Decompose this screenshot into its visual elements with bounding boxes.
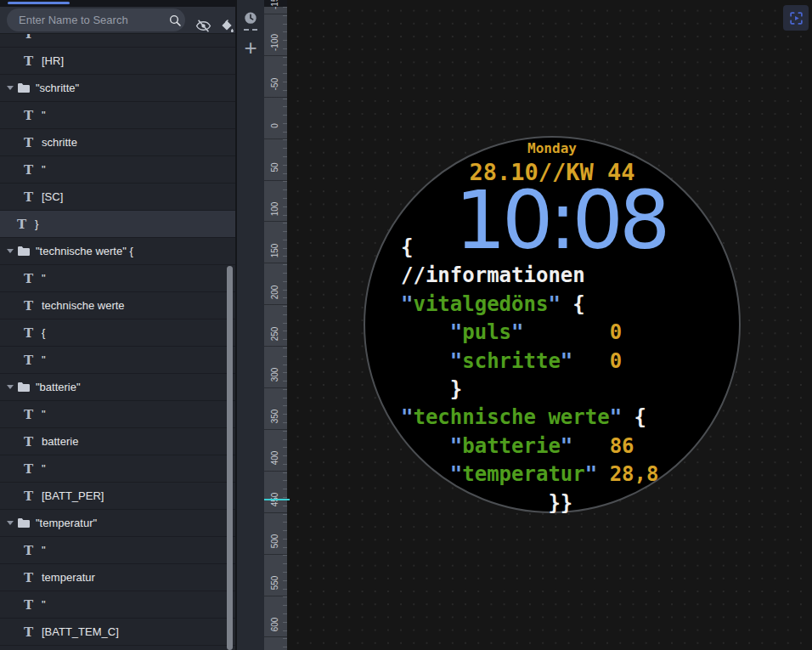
layer-label: ": [42, 408, 46, 421]
text-layer-icon: T: [24, 108, 32, 123]
tab-strip: [0, 0, 235, 7]
layer-label: [BATT_PER]: [42, 489, 104, 502]
layer-text-row[interactable]: T{: [0, 319, 235, 347]
paint-fill-icon[interactable]: [219, 19, 234, 34]
folder-icon: [17, 517, 31, 528]
text-layer-icon: T: [24, 407, 32, 422]
preview-play-icon: [789, 11, 804, 25]
layer-text-row[interactable]: Tbatterie: [0, 428, 235, 455]
layer-text-row[interactable]: T": [0, 156, 235, 184]
layer-text-row[interactable]: T[BATT_PER]: [0, 483, 235, 510]
layer-text-row[interactable]: T": [0, 34, 235, 48]
text-layer-icon: T: [24, 189, 32, 205]
ruler-label: 400: [269, 445, 281, 471]
vertical-ruler: -150-100-5005010015020025030035040045050…: [264, 7, 287, 650]
preview-button[interactable]: [783, 5, 809, 31]
chevron-down-icon[interactable]: [7, 86, 14, 90]
layer-text-row[interactable]: T}: [0, 211, 235, 238]
layer-text-row[interactable]: Ttemperatur: [0, 564, 235, 591]
text-layer-icon: T: [24, 135, 32, 150]
layer-label: ": [42, 598, 46, 611]
ruler-label: 0: [269, 113, 281, 138]
layer-text-row[interactable]: T": [0, 537, 235, 564]
sidebar-header: [0, 7, 235, 34]
layer-text-row[interactable]: T": [0, 102, 235, 129]
layer-text-row[interactable]: T": [0, 401, 235, 428]
layer-text-row[interactable]: T[SC]: [0, 184, 235, 211]
ruler-label: 200: [269, 280, 281, 305]
ruler-label: -50: [269, 71, 281, 97]
layer-label: temperatur: [42, 571, 95, 584]
chevron-down-icon[interactable]: [7, 521, 14, 525]
layer-list: T"T[HR]"schritte"T"TschritteT"T[SC]T}"te…: [0, 34, 235, 650]
layer-label: "schritte": [36, 82, 79, 94]
ruler-label: 600: [269, 612, 281, 637]
ruler-label: 350: [269, 404, 281, 429]
text-layer-icon: T: [24, 461, 32, 477]
ruler-label: 150: [269, 238, 281, 263]
ruler-label: 100: [269, 196, 281, 222]
layer-text-row[interactable]: T[HR]: [0, 48, 235, 75]
text-layer-icon: T: [24, 543, 32, 558]
watch-face-preview[interactable]: Monday 28.10//KW 44 10:08 {//information…: [364, 136, 741, 513]
layer-text-row[interactable]: Tschritte: [0, 129, 235, 156]
text-layer-icon: T: [24, 325, 32, 341]
text-layer-icon: T: [24, 597, 32, 613]
text-layer-icon: T: [17, 217, 25, 232]
layer-label: "technische werte" {: [36, 245, 133, 257]
ruler-label: -150: [269, 0, 281, 14]
text-layer-icon: T: [24, 570, 32, 585]
sidebar-header-tools: [195, 18, 234, 34]
text-layer-icon: T: [24, 34, 32, 42]
layer-label: "temperatur": [36, 517, 97, 529]
watch-weekday-text[interactable]: Monday: [365, 140, 739, 156]
layer-rows: T"T[HR]"schritte"T"TschritteT"T[SC]T}"te…: [0, 34, 235, 650]
text-layer-icon: T: [24, 489, 32, 504]
search-input[interactable]: [19, 14, 168, 26]
sidebar-scrollbar[interactable]: [227, 266, 233, 650]
ruler-label: 50: [269, 155, 281, 180]
time-machine-dashes: [244, 29, 257, 31]
layer-label: ": [42, 544, 46, 557]
design-canvas[interactable]: Monday 28.10//KW 44 10:08 {//information…: [287, 0, 812, 650]
layer-label: [BATT_TEM_C]: [42, 625, 119, 638]
layer-label: }: [35, 218, 38, 230]
text-layer-icon: T: [24, 271, 32, 286]
layer-label: {: [42, 326, 45, 339]
layer-label: schritte: [42, 136, 77, 149]
chevron-down-icon[interactable]: [7, 385, 14, 389]
chevron-down-icon[interactable]: [7, 249, 14, 253]
layer-label: ": [42, 163, 46, 176]
layer-text-row[interactable]: T": [0, 646, 235, 650]
layer-label: [SC]: [42, 190, 63, 203]
layer-text-row[interactable]: T": [0, 347, 235, 374]
layer-label: batterie: [42, 435, 78, 448]
layer-text-row[interactable]: T": [0, 591, 235, 619]
layer-label: ": [42, 109, 46, 122]
layer-text-row[interactable]: T": [0, 265, 235, 292]
layer-label: technische werte: [42, 299, 125, 312]
visibility-off-icon[interactable]: [195, 18, 211, 34]
layer-folder-row[interactable]: "schritte": [0, 75, 235, 102]
layer-text-row[interactable]: T[BATT_TEM_C]: [0, 619, 235, 646]
active-tab-indicator[interactable]: [8, 2, 70, 4]
layer-label: ": [42, 353, 46, 366]
text-layer-icon: T: [24, 625, 32, 640]
layer-label: ": [42, 34, 46, 40]
layer-label: [HR]: [42, 54, 64, 67]
layer-text-row[interactable]: Ttechnische werte: [0, 292, 235, 319]
layer-text-row[interactable]: T": [0, 455, 235, 483]
layer-search[interactable]: [7, 8, 185, 31]
layer-folder-row[interactable]: "temperatur": [0, 510, 235, 537]
layers-sidebar: T"T[HR]"schritte"T"TschritteT"T[SC]T}"te…: [0, 0, 235, 650]
time-machine-icon[interactable]: [237, 10, 264, 31]
ruler-label: -100: [269, 30, 281, 55]
text-layer-icon: T: [24, 162, 32, 178]
layer-folder-row[interactable]: "batterie": [0, 374, 235, 401]
watch-code-text[interactable]: {//informationen"vitalgedöns" { "puls" 0…: [401, 234, 658, 517]
add-component-button[interactable]: +: [237, 36, 264, 59]
ruler-guide-line[interactable]: [264, 499, 290, 500]
layer-label: ": [42, 462, 46, 475]
search-icon[interactable]: [168, 14, 182, 27]
layer-folder-row[interactable]: "technische werte" {: [0, 238, 235, 265]
